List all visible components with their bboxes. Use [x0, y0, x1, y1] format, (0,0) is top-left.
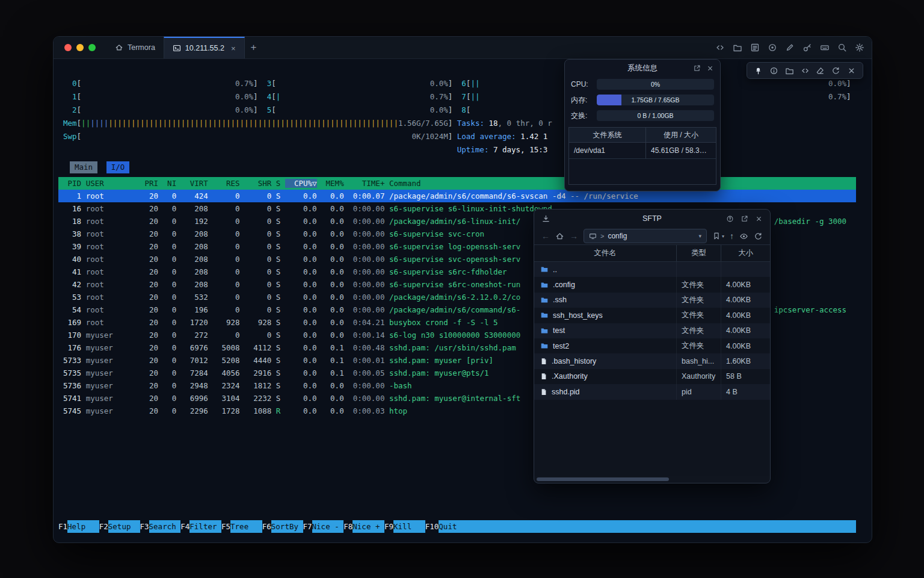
folder-icon — [540, 327, 549, 335]
close-icon[interactable] — [847, 66, 856, 75]
new-tab-button[interactable]: + — [245, 37, 263, 58]
file-type: 文件夹 — [677, 277, 721, 292]
file-type: 文件夹 — [677, 293, 721, 308]
fkey-label[interactable]: Kill — [393, 520, 425, 533]
fkey-label[interactable]: Quit — [439, 520, 470, 533]
filesystem-table: 文件系统 使用 / 大小 /dev/vda1 45.61GB / 58.3… — [568, 127, 716, 185]
file-row[interactable]: test2文件夹4.00KB — [534, 338, 770, 353]
info-icon[interactable] — [769, 66, 778, 75]
swap-progress-text: 0 B / 1.00GB — [597, 110, 714, 121]
file-name: ssh_host_keys — [553, 311, 603, 320]
fkey-label[interactable]: Nice + — [353, 520, 384, 533]
settings-icon[interactable] — [855, 43, 864, 52]
key-icon[interactable] — [802, 43, 812, 52]
type-column-header[interactable]: 类型 — [677, 245, 721, 261]
file-name: .. — [553, 266, 557, 274]
file-row[interactable]: .config文件夹4.00KB — [534, 277, 770, 292]
log-icon[interactable] — [750, 43, 760, 52]
file-name: sshd.pid — [552, 388, 580, 396]
file-row[interactable]: test文件夹4.00KB — [534, 323, 770, 338]
filesystem-row[interactable]: /dev/vda1 45.61GB / 58.3… — [569, 143, 716, 159]
file-row[interactable]: .XauthorityXauthority58 B — [534, 369, 770, 384]
refresh-icon[interactable] — [754, 232, 763, 241]
minimize-window-button[interactable] — [76, 44, 84, 51]
fkey-label[interactable]: Nice - — [312, 520, 344, 533]
file-row[interactable]: .bash_historybash_hi...1.60KB — [534, 353, 770, 368]
bookmark-control[interactable]: ▾ — [712, 232, 724, 240]
keyboard-icon[interactable] — [820, 43, 830, 52]
fkey-number: F4 — [180, 520, 189, 533]
code-icon[interactable] — [801, 66, 810, 75]
file-type — [677, 262, 721, 277]
refresh-icon[interactable] — [831, 66, 840, 75]
forward-icon[interactable]: → — [570, 232, 578, 240]
process-table-header[interactable]: PID USER PRI NI VIRT RES SHR S CPU%▽ MEM… — [58, 177, 856, 190]
file-row[interactable]: ssh_host_keys文件夹4.00KB — [534, 308, 770, 323]
memory-label: 内存: — [571, 95, 597, 105]
back-icon[interactable]: ← — [541, 232, 550, 240]
fkey-label[interactable]: SortBy — [271, 520, 303, 533]
show-hidden-eye-icon[interactable] — [739, 232, 748, 241]
file-name: test — [553, 326, 565, 335]
tab-termora-home[interactable]: Termora — [106, 37, 164, 58]
fkey-label[interactable]: Filter — [189, 520, 221, 533]
memory-usage-row: 内存: 1.75GB / 7.65GB — [565, 92, 720, 108]
file-name: .bash_history — [552, 357, 596, 365]
breadcrumb-segment[interactable]: config — [608, 232, 627, 240]
search-icon[interactable] — [837, 43, 847, 52]
file-size: 4.00KB — [721, 277, 770, 292]
popout-icon[interactable] — [693, 64, 701, 72]
file-type: 文件夹 — [677, 323, 721, 338]
sftp-toolbar: ← → > config ▾ ▾ ↑ — [534, 228, 770, 244]
bookmark-icon[interactable] — [712, 232, 721, 240]
filesystem-name: /dev/vda1 — [569, 143, 645, 158]
folder-icon[interactable] — [785, 66, 794, 75]
popout-icon[interactable] — [741, 215, 748, 223]
close-window-button[interactable] — [64, 44, 72, 51]
process-row[interactable]: 1 root 20 0 424 0 0 S 0.0 0.0 0:00.07 /p… — [58, 190, 856, 202]
file-icon — [540, 357, 547, 365]
pin-icon[interactable] — [754, 66, 763, 75]
fkey-label[interactable]: Setup — [108, 520, 140, 533]
swap-meter-line: Swp[ 0K/1024M] Load average: 1.42 1 — [58, 130, 856, 143]
code-icon[interactable] — [715, 43, 725, 52]
titlebar-actions — [715, 37, 872, 58]
computer-icon — [589, 232, 597, 240]
eraser-icon[interactable] — [816, 66, 825, 75]
cpu-meter-line: 0[ 0.7%] 3[ 0.0%] 6[|| 0.0%] — [58, 77, 856, 90]
cpu-label: CPU: — [571, 80, 597, 89]
close-tab-icon[interactable]: × — [231, 44, 236, 53]
home-icon[interactable] — [555, 232, 564, 241]
app-window: Termora 10.211.55.2 × + 0[ — [53, 36, 872, 543]
file-size: 58 B — [721, 369, 770, 384]
edit-icon[interactable] — [785, 43, 795, 52]
folder-icon[interactable] — [733, 43, 742, 52]
fkey-bar-filler — [470, 520, 856, 533]
close-icon[interactable] — [706, 64, 714, 72]
screen-tab-io[interactable]: I/O — [106, 161, 130, 173]
file-icon — [540, 388, 547, 396]
file-type: pid — [677, 384, 721, 399]
tab-session[interactable]: 10.211.55.2 × — [164, 37, 245, 58]
fkey-label[interactable]: Search — [149, 520, 181, 533]
file-row[interactable]: .. — [534, 262, 770, 277]
file-row[interactable]: sshd.pidpid4 B — [534, 384, 770, 399]
file-name: .Xauthority — [552, 372, 588, 381]
scrollbar-thumb[interactable] — [537, 477, 669, 481]
screen-tab-main[interactable]: Main — [70, 161, 97, 173]
help-icon[interactable] — [726, 215, 734, 223]
fkey-label[interactable]: Tree — [230, 520, 262, 533]
zoom-window-button[interactable] — [88, 44, 96, 51]
up-directory-icon[interactable]: ↑ — [730, 232, 734, 240]
path-breadcrumb[interactable]: > config ▾ — [584, 229, 707, 243]
close-icon[interactable] — [755, 215, 763, 223]
swap-label: 交换: — [571, 111, 597, 121]
chevron-down-icon[interactable]: ▾ — [698, 233, 701, 239]
terminal-float-toolbar — [747, 62, 863, 79]
filename-column-header[interactable]: 文件名 — [534, 245, 677, 261]
chevron-down-icon[interactable]: ▾ — [722, 234, 724, 239]
file-row[interactable]: .ssh文件夹4.00KB — [534, 293, 770, 308]
fkey-label[interactable]: Help — [67, 520, 99, 533]
record-icon[interactable] — [768, 43, 777, 52]
size-column-header[interactable]: 大小 — [721, 245, 770, 261]
